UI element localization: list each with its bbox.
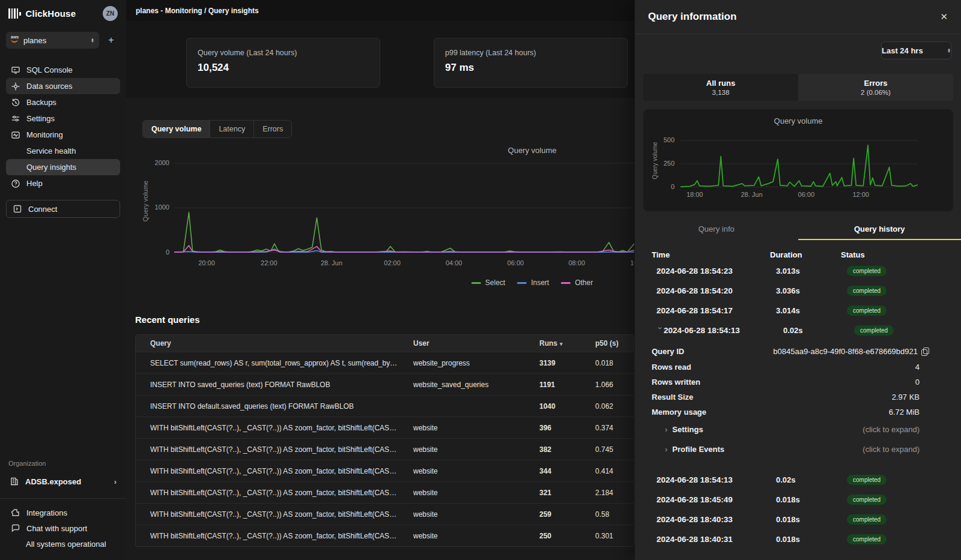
history-rows-bottom: › 2024-06-28 18:54:13 0.02s completed › … (635, 470, 961, 549)
column-header-p50[interactable]: p50 (s) (581, 339, 634, 348)
status-badge: completed (847, 534, 887, 544)
column-header-query[interactable]: Query (136, 339, 399, 348)
organization-item[interactable]: ADSB.exposed › (6, 473, 120, 490)
time-range-select[interactable]: Last 24 hrs ▲▼ (881, 41, 951, 59)
chevron-expand-icon: › (635, 475, 656, 484)
history-duration: 0.02s (776, 475, 847, 484)
history-row[interactable]: › 2024-06-28 18:54:13 0.02s completed (635, 470, 961, 490)
history-row[interactable]: › 2024-06-28 18:54:23 3.013s completed (635, 261, 961, 281)
table-row[interactable]: WITH bitShiftLeft(CAST(?..), _CAST(?..))… (136, 460, 634, 481)
time-range-value: Last 24 hrs (882, 46, 923, 55)
copy-icon[interactable] (921, 348, 928, 355)
table-body: SELECT sum(read_rows) AS r, sum(total_ro… (136, 352, 634, 546)
workspace-select[interactable]: planes ▲▼ (6, 32, 99, 49)
column-header-status: Status (841, 250, 961, 259)
history-time: 2024-06-28 18:54:13 (664, 326, 783, 335)
line-chart-plot (174, 152, 634, 253)
table-row[interactable]: INSERT INTO default.saved_queries (text)… (136, 395, 634, 417)
app-root: ClickHouse ZN planes ▲▼ + SQL Console Da… (0, 0, 961, 560)
table-row[interactable]: INSERT INTO saved_queries (text) FORMAT … (136, 373, 634, 395)
table-row[interactable]: WITH bitShiftLeft(CAST(?..), _CAST(?..))… (136, 438, 634, 460)
tab-query-volume[interactable]: Query volume (143, 121, 210, 137)
sidebar-item-service-health[interactable]: Service health (6, 143, 120, 159)
detail-label: Rows read (652, 363, 691, 372)
kpi-value: 97 ms (445, 62, 616, 74)
table-row[interactable]: WITH bitShiftLeft(CAST(?..), _CAST(?..))… (136, 417, 634, 438)
add-service-button[interactable]: + (105, 35, 117, 46)
sidebar-item-query-insights[interactable]: Query insights (6, 159, 120, 175)
brand-name: ClickHouse (26, 8, 76, 19)
expandable-rows: › Settings (click to expand) › Profile E… (635, 420, 961, 459)
sidebar-item-backups[interactable]: Backups (6, 94, 120, 110)
history-header-row: Time Duration Status (635, 248, 961, 261)
system-status-label: All systems operational (26, 540, 106, 549)
tab-query-info[interactable]: Query info (635, 221, 798, 240)
history-row[interactable]: › 2024-06-28 18:40:31 0.018s completed (635, 529, 961, 549)
chat-support-item[interactable]: Chat with support (0, 520, 126, 536)
system-status-item[interactable]: All systems operational (0, 536, 126, 552)
history-row[interactable]: › 2024-06-28 18:40:33 0.018s completed (635, 510, 961, 529)
connect-button[interactable]: Connect (6, 200, 120, 218)
sidebar-footer: Integrations Chat with support All syste… (0, 505, 126, 560)
sidebar-item-settings[interactable]: Settings (6, 110, 120, 127)
status-dot-icon (13, 542, 17, 546)
segment-all-runs[interactable]: All runs 3,138 (643, 74, 798, 101)
segment-errors[interactable]: Errors 2 (0.06%) (798, 74, 953, 101)
table-row[interactable]: WITH bitShiftLeft(CAST(?..), _CAST(?..))… (136, 481, 634, 503)
sidebar-item-help[interactable]: Help (6, 175, 120, 191)
panel-tab-bar: Query info Query history (635, 221, 961, 240)
history-duration: 3.036s (776, 286, 847, 295)
legend-item[interactable]: Insert (517, 278, 549, 287)
cell-p50: 0.58 (581, 510, 634, 519)
sliders-icon (11, 114, 20, 124)
cell-query: INSERT INTO saved_queries (text) FORMAT … (136, 381, 399, 389)
y-tick-label: 0 (135, 248, 169, 256)
chat-bubble-icon (11, 523, 20, 533)
table-row[interactable]: SELECT sum(read_rows) AS r, sum(total_ro… (136, 352, 634, 373)
tab-query-history[interactable]: Query history (798, 221, 961, 240)
segment-label: Errors (864, 79, 887, 88)
expandable-row[interactable]: › Profile Events (click to expand) (635, 439, 961, 459)
tab-latency[interactable]: Latency (210, 121, 254, 137)
cell-user: website_progress (399, 359, 525, 367)
tab-errors[interactable]: Errors (254, 121, 291, 137)
sidebar-item-monitoring[interactable]: Monitoring (6, 127, 120, 143)
chevron-expand-icon: › (635, 306, 656, 315)
history-row[interactable]: › 2024-06-28 18:54:17 3.014s completed (635, 301, 961, 321)
cell-p50: 1.066 (581, 381, 634, 389)
x-tick-label: 12:00 (852, 191, 869, 198)
cell-query: WITH bitShiftLeft(CAST(?..), _CAST(?..))… (136, 510, 399, 519)
history-time: 2024-06-28 18:40:33 (656, 515, 776, 524)
user-avatar[interactable]: ZN (103, 6, 118, 21)
close-icon[interactable]: ✕ (940, 11, 948, 22)
cell-p50: 0.414 (581, 467, 634, 475)
chart-legend: Select Insert Other (471, 278, 593, 287)
workspace-name: planes (23, 36, 46, 45)
history-row[interactable]: › 2024-06-28 18:45:49 0.018s completed (635, 490, 961, 510)
detail-value: 0 (915, 378, 920, 387)
detail-rows: Rows read 4 Rows written 0 Result Size 2… (635, 360, 961, 420)
cell-runs: 259 (525, 510, 581, 519)
panel-header: Query information ✕ (635, 0, 961, 34)
query-information-panel: Query information ✕ Last 24 hrs ▲▼ All r… (634, 0, 961, 560)
connect-label: Connect (28, 205, 57, 214)
cell-query: WITH bitShiftLeft(CAST(?..), _CAST(?..))… (136, 532, 399, 540)
workspace-row: planes ▲▼ + (0, 26, 126, 49)
table-row[interactable]: WITH bitShiftLeft(CAST(?..), _CAST(?..))… (136, 503, 634, 525)
sidebar-item-data-sources[interactable]: Data sources (6, 78, 120, 94)
table-row[interactable]: WITH bitShiftLeft(CAST(?..), _CAST(?..))… (136, 525, 634, 546)
history-time: 2024-06-28 18:54:23 (656, 266, 776, 275)
column-header-user[interactable]: User (399, 339, 525, 348)
legend-item[interactable]: Select (471, 278, 505, 287)
history-row[interactable]: › 2024-06-28 18:54:13 0.02s completed (635, 321, 961, 340)
column-header-duration: Duration (770, 250, 841, 259)
expandable-row[interactable]: › Settings (click to expand) (635, 420, 961, 439)
integrations-item[interactable]: Integrations (0, 505, 126, 520)
history-duration: 0.018s (776, 515, 847, 524)
expandable-label: Settings (672, 425, 703, 434)
history-row[interactable]: › 2024-06-28 18:54:20 3.036s completed (635, 281, 961, 301)
monitoring-icon (11, 130, 20, 140)
column-header-runs[interactable]: Runs▾ (525, 339, 581, 348)
sidebar-item-sql-console[interactable]: SQL Console (6, 62, 120, 78)
legend-item[interactable]: Other (561, 278, 593, 287)
